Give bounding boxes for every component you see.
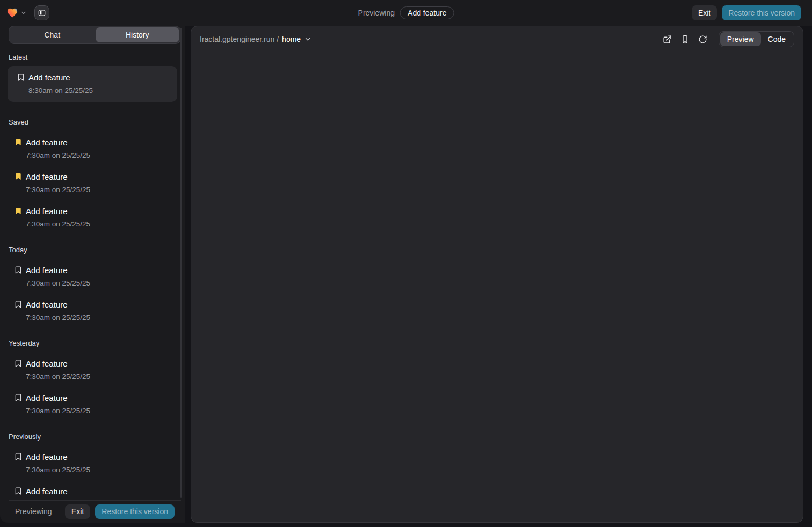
preview-content[interactable]: [191, 52, 803, 522]
history-item-time: 7:30am on 25/25/25: [26, 185, 90, 195]
bookmark-filled-icon: [14, 172, 23, 181]
bookmark-filled-icon: [14, 138, 23, 147]
preview-panel: fractal.gptengineer.run / home: [191, 26, 803, 523]
history-item-title: Add feature: [28, 72, 93, 83]
section-title: Today: [9, 246, 172, 254]
history-item-text: Add feature7:30am on 25/25/25: [26, 206, 90, 230]
history-item-title: Add feature: [26, 451, 90, 463]
panel-left-icon: [38, 9, 46, 17]
history-item[interactable]: Add feature7:30am on 25/25/25: [0, 486, 181, 500]
bookmark-icon: [17, 73, 25, 82]
history-item-title: Add feature: [26, 358, 90, 369]
footer-exit-button[interactable]: Exit: [65, 504, 90, 519]
history-item-title: Add feature: [26, 299, 90, 310]
history-section: TodayAdd feature7:30am on 25/25/25Add fe…: [0, 246, 181, 323]
history-item-title: Add feature: [26, 137, 90, 148]
history-item-title: Add feature: [26, 171, 90, 182]
history-section: YesterdayAdd feature7:30am on 25/25/25Ad…: [0, 339, 181, 416]
history-item-time: 7:30am on 25/25/25: [26, 465, 90, 475]
bookmark-icon: [14, 487, 23, 495]
history-sidebar: ChatHistory LatestAdd feature8:30am on 2…: [0, 26, 185, 523]
history-item[interactable]: Add feature7:30am on 25/25/25: [0, 299, 181, 323]
sidebar-footer: Previewing Exit Restore this version: [0, 500, 181, 523]
section-title: Saved: [9, 118, 172, 127]
footer-restore-version-button[interactable]: Restore this version: [95, 504, 175, 519]
history-item-time: 7:30am on 25/25/25: [26, 219, 90, 230]
chevron-down-icon: [20, 10, 27, 16]
top-bar-left: [6, 5, 49, 20]
logo-menu[interactable]: [6, 7, 27, 19]
history-section: SavedAdd feature7:30am on 25/25/25Add fe…: [0, 118, 181, 230]
history-list: LatestAdd feature8:30am on 25/25/25Saved…: [0, 44, 181, 500]
section-title: Latest: [9, 53, 172, 62]
history-item-time: 7:30am on 25/25/25: [26, 312, 90, 323]
history-item[interactable]: Add feature7:30am on 25/25/25: [0, 137, 181, 161]
history-item-text: Add feature7:30am on 25/25/25: [26, 451, 90, 475]
history-item-time: 7:30am on 25/25/25: [26, 278, 90, 289]
top-bar-right: Exit Restore this version: [692, 5, 801, 20]
bookmark-icon: [14, 266, 23, 274]
history-item-title: Add feature: [26, 486, 90, 497]
previewing-label: Previewing: [358, 9, 395, 17]
history-item-time: 7:30am on 25/25/25: [26, 371, 90, 382]
restore-version-button[interactable]: Restore this version: [722, 5, 801, 20]
history-item-text: Add feature7:30am on 25/25/25: [26, 137, 90, 161]
history-section: LatestAdd feature8:30am on 25/25/25: [0, 53, 181, 102]
history-item-text: Add feature8:30am on 25/25/25: [28, 72, 93, 96]
top-bar: Previewing Add feature Exit Restore this…: [0, 0, 812, 26]
top-bar-center: Previewing Add feature: [358, 0, 454, 26]
footer-divider: [9, 500, 181, 501]
preview-url-page: home: [282, 35, 301, 43]
history-item-time: 7:30am on 25/25/25: [26, 150, 90, 161]
preview-url-prefix: fractal.gptengineer.run /: [200, 35, 279, 43]
history-item-time: 8:30am on 25/25/25: [28, 85, 93, 96]
footer-previewing-label: Previewing: [15, 507, 52, 516]
preview-url-selector[interactable]: fractal.gptengineer.run / home: [200, 35, 311, 43]
tab-code[interactable]: Code: [761, 32, 793, 46]
bookmark-filled-icon: [14, 207, 23, 215]
history-item-time: 7:30am on 25/25/25: [26, 406, 90, 416]
history-item-text: Add feature7:30am on 25/25/25: [26, 392, 90, 416]
chevron-down-icon: [304, 35, 311, 43]
history-item[interactable]: Add feature7:30am on 25/25/25: [0, 171, 181, 195]
refresh-button[interactable]: [696, 32, 710, 46]
bookmark-icon: [14, 300, 23, 309]
section-title: Previously: [9, 433, 172, 441]
toggle-sidebar-button[interactable]: [34, 5, 49, 20]
device-preview-button[interactable]: [678, 32, 692, 46]
bookmark-icon: [14, 393, 23, 402]
exit-button[interactable]: Exit: [692, 5, 717, 20]
bookmark-icon: [14, 452, 23, 461]
preview-header: fractal.gptengineer.run / home: [191, 26, 803, 52]
version-badge[interactable]: Add feature: [400, 6, 454, 19]
history-item-title: Add feature: [26, 392, 90, 404]
open-in-new-tab-button[interactable]: [661, 32, 675, 46]
history-item[interactable]: Add feature7:30am on 25/25/25: [0, 206, 181, 230]
lovable-heart-icon: [6, 7, 18, 19]
history-item[interactable]: Add feature7:30am on 25/25/25: [0, 392, 181, 416]
history-item[interactable]: Add feature8:30am on 25/25/25: [8, 66, 177, 102]
refresh-icon: [698, 35, 707, 44]
preview-code-toggle: Preview Code: [719, 31, 794, 47]
preview-actions: Preview Code: [657, 31, 794, 47]
section-title: Yesterday: [9, 339, 172, 348]
tab-chat[interactable]: Chat: [10, 27, 95, 42]
history-item-text: Add feature7:30am on 25/25/25: [26, 171, 90, 195]
history-item-text: Add feature7:30am on 25/25/25: [26, 265, 90, 289]
smartphone-icon: [680, 35, 690, 44]
history-item[interactable]: Add feature7:30am on 25/25/25: [0, 265, 181, 289]
tab-history[interactable]: History: [96, 27, 180, 42]
bookmark-icon: [14, 359, 23, 368]
history-section: PreviouslyAdd feature7:30am on 25/25/25A…: [0, 433, 181, 500]
history-item-text: Add feature7:30am on 25/25/25: [26, 486, 90, 500]
sidebar-scrollbar[interactable]: [180, 28, 182, 498]
history-item-text: Add feature7:30am on 25/25/25: [26, 299, 90, 323]
sidebar-tabs: ChatHistory: [9, 26, 181, 44]
history-item[interactable]: Add feature7:30am on 25/25/25: [0, 451, 181, 475]
history-item-text: Add feature7:30am on 25/25/25: [26, 358, 90, 382]
tab-preview[interactable]: Preview: [720, 32, 761, 46]
history-item-title: Add feature: [26, 265, 90, 276]
history-item-title: Add feature: [26, 206, 90, 217]
history-item[interactable]: Add feature7:30am on 25/25/25: [0, 358, 181, 382]
external-link-icon: [663, 35, 672, 44]
